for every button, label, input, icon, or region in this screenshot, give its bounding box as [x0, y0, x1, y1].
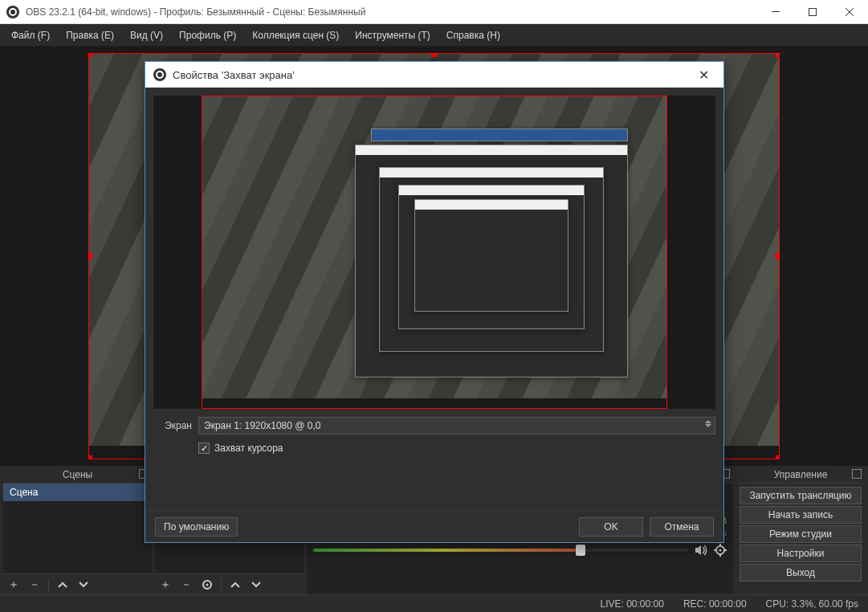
menu-help[interactable]: Справка (H) [440, 27, 507, 44]
obs-main-window: OBS 23.2.1 (64-bit, windows) - Профиль: … [0, 0, 868, 612]
remove-scene-button[interactable]: － [27, 577, 42, 592]
start-recording-button[interactable]: Начать запись [740, 506, 862, 524]
svg-rect-1 [809, 8, 817, 15]
scenes-list[interactable]: Сцена [3, 483, 152, 573]
menu-bar: Файл (F) Правка (E) Вид (V) Профиль (P) … [0, 24, 868, 47]
dialog-title: Свойства 'Захват экрана' [173, 69, 691, 81]
dialog-titlebar[interactable]: Свойства 'Захват экрана' ✕ [145, 62, 723, 88]
capture-cursor-checkbox[interactable] [198, 443, 210, 454]
svg-point-8 [719, 549, 722, 552]
separator [48, 578, 49, 591]
screen-select[interactable]: Экран 1: 1920x1080 @ 0,0 [198, 417, 715, 435]
resize-handle-tl[interactable] [88, 53, 92, 57]
volume-fill [313, 549, 576, 552]
dialog-footer: По умолчанию OK Отмена [145, 510, 723, 542]
scene-item[interactable]: Сцена [3, 483, 152, 501]
titlebar: OBS 23.2.1 (64-bit, windows) - Профиль: … [0, 0, 868, 24]
separator [221, 578, 222, 591]
dock-scenes-title: Сцены [63, 469, 92, 480]
menu-profile[interactable]: Профиль (P) [173, 27, 242, 44]
cancel-button[interactable]: Отмена [650, 517, 714, 537]
svg-marker-6 [695, 545, 701, 555]
scenes-toolbar: ＋ － [3, 573, 152, 594]
source-up-button[interactable] [228, 577, 242, 592]
ok-button[interactable]: OK [579, 517, 643, 537]
recursive-window-icon [371, 129, 628, 141]
dialog-preview [153, 96, 715, 409]
menu-scene-collection[interactable]: Коллекция сцен (S) [246, 27, 345, 44]
source-down-button[interactable] [249, 577, 263, 592]
close-button[interactable] [831, 0, 868, 24]
menu-edit[interactable]: Правка (E) [59, 27, 120, 44]
volume-thumb[interactable] [576, 545, 585, 556]
remove-source-button[interactable]: － [179, 577, 194, 592]
menu-tools[interactable]: Инструменты (T) [348, 27, 436, 44]
minimize-button[interactable] [757, 0, 794, 24]
add-scene-button[interactable]: ＋ [6, 577, 21, 592]
capture-cursor-label: Захват курсора [214, 443, 283, 454]
scene-up-button[interactable] [55, 577, 70, 592]
obs-logo-icon [153, 68, 166, 81]
dialog-close-button[interactable]: ✕ [691, 63, 715, 87]
defaults-button[interactable]: По умолчанию [155, 517, 238, 537]
resize-handle-mr[interactable] [776, 253, 780, 259]
gear-icon[interactable] [714, 544, 727, 557]
obs-logo-icon [6, 6, 19, 18]
dock-controls-header: Управление [736, 466, 865, 483]
sources-toolbar: ＋ － [155, 573, 304, 594]
add-source-button[interactable]: ＋ [158, 577, 173, 592]
volume-slider[interactable] [313, 549, 688, 552]
controls-body: Запустить трансляцию Начать запись Режим… [736, 483, 865, 594]
maximize-button[interactable] [794, 0, 831, 24]
recursive-window-icon [414, 199, 568, 312]
dock-scenes-header: Сцены [3, 466, 152, 483]
resize-handle-br[interactable] [776, 455, 780, 459]
resize-handle-tr[interactable] [776, 53, 780, 57]
chevron-updown-icon [705, 420, 711, 427]
source-properties-button[interactable] [200, 577, 214, 592]
resize-handle-tm[interactable] [431, 53, 438, 57]
screen-select-value: Экран 1: 1920x1080 @ 0,0 [204, 420, 320, 431]
status-rec: REC: 00:00:00 [683, 598, 747, 610]
properties-dialog: Свойства 'Захват экрана' ✕ Экран [145, 61, 724, 543]
window-title: OBS 23.2.1 (64-bit, windows) - Профиль: … [26, 6, 757, 18]
settings-button[interactable]: Настройки [740, 545, 862, 562]
resize-handle-ml[interactable] [88, 253, 92, 259]
status-live: LIVE: 00:00:00 [600, 598, 663, 610]
captured-taskbar [202, 398, 666, 408]
svg-point-5 [206, 583, 209, 585]
menu-file[interactable]: Файл (F) [5, 27, 56, 44]
svg-rect-0 [772, 11, 780, 12]
dock-controls: Управление Запустить трансляцию Начать з… [736, 466, 865, 594]
speaker-icon[interactable] [695, 544, 707, 557]
resize-handle-bl[interactable] [88, 455, 92, 459]
start-streaming-button[interactable]: Запустить трансляцию [740, 487, 862, 504]
dock-controls-title: Управление [774, 469, 828, 480]
scene-down-button[interactable] [76, 577, 91, 592]
status-bar: LIVE: 00:00:00 REC: 00:00:00 CPU: 3.3%, … [0, 594, 868, 612]
studio-mode-button[interactable]: Режим студии [740, 525, 862, 543]
menu-view[interactable]: Вид (V) [124, 27, 169, 44]
exit-button[interactable]: Выход [740, 564, 862, 581]
dialog-desktop-capture [202, 96, 667, 409]
status-cpu: CPU: 3.3%, 60.00 fps [766, 598, 858, 610]
dock-popout-icon[interactable] [852, 469, 862, 479]
dock-scenes: Сцены Сцена ＋ － [3, 466, 152, 594]
screen-label: Экран [153, 420, 192, 431]
